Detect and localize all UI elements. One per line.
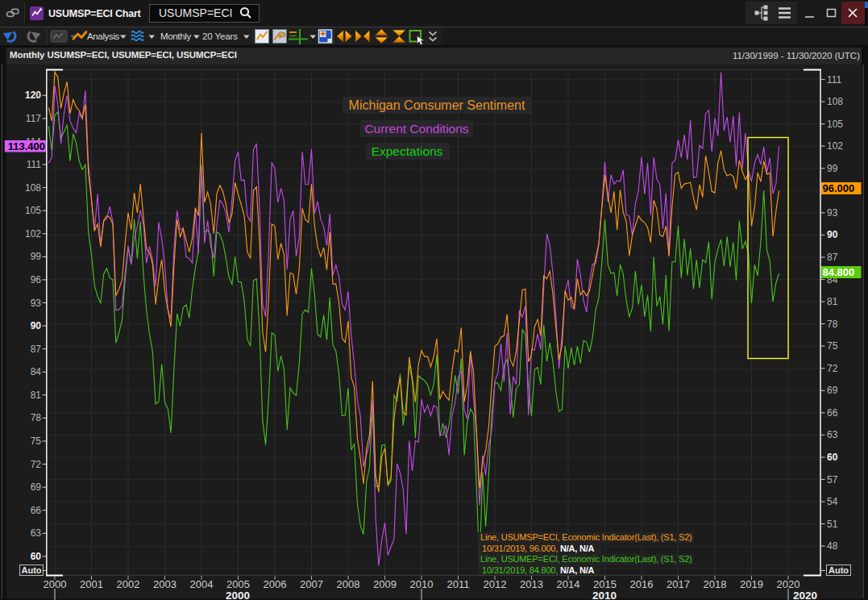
svg-text:87: 87 — [31, 344, 42, 355]
svg-text:60: 60 — [827, 452, 838, 463]
svg-text:Expectations: Expectations — [372, 144, 443, 158]
svg-text:2003: 2003 — [153, 578, 177, 590]
svg-text:96.000: 96.000 — [823, 182, 855, 194]
svg-text:2020: 2020 — [777, 578, 800, 590]
svg-text:2018: 2018 — [704, 578, 727, 590]
svg-text:66: 66 — [31, 505, 42, 516]
svg-text:105: 105 — [25, 205, 41, 216]
svg-text:2015: 2015 — [593, 578, 617, 590]
svg-text:81: 81 — [827, 296, 838, 307]
svg-text:60: 60 — [31, 551, 42, 562]
svg-text:Auto: Auto — [829, 565, 849, 575]
svg-text:84: 84 — [31, 366, 42, 377]
svg-text:84.800: 84.800 — [823, 266, 855, 278]
svg-text:Current Conditions: Current Conditions — [364, 122, 468, 135]
svg-text:Auto: Auto — [21, 565, 41, 575]
svg-text:90: 90 — [31, 320, 42, 331]
svg-text:93: 93 — [827, 207, 838, 219]
svg-text:48: 48 — [827, 540, 838, 552]
svg-text:2013: 2013 — [520, 578, 543, 590]
svg-text:102: 102 — [827, 140, 843, 152]
svg-text:10/31/2019, 84.800, N/A, N/A: 10/31/2019, 84.800, N/A, N/A — [482, 565, 595, 575]
svg-text:63: 63 — [31, 527, 42, 539]
svg-text:2001: 2001 — [80, 578, 103, 590]
svg-text:2006: 2006 — [264, 578, 287, 590]
svg-text:75: 75 — [827, 340, 838, 352]
svg-text:51: 51 — [827, 519, 838, 530]
svg-text:81: 81 — [31, 390, 42, 401]
svg-text:108: 108 — [25, 182, 41, 194]
svg-text:78: 78 — [31, 412, 42, 423]
svg-text:102: 102 — [25, 228, 41, 240]
svg-text:2014: 2014 — [557, 578, 580, 590]
svg-text:2009: 2009 — [373, 578, 397, 590]
svg-text:Line, USUMSP=ECI, Economic Ind: Line, USUMSP=ECI, Economic Indicator(Las… — [480, 532, 692, 542]
svg-text:2005: 2005 — [226, 578, 250, 590]
svg-text:2010: 2010 — [592, 590, 617, 600]
svg-text:93: 93 — [31, 298, 42, 309]
svg-text:72: 72 — [827, 363, 838, 374]
svg-text:113.400: 113.400 — [8, 140, 45, 152]
svg-text:54: 54 — [827, 496, 838, 507]
svg-text:2019: 2019 — [740, 578, 763, 590]
svg-text:69: 69 — [827, 385, 838, 396]
svg-text:2011: 2011 — [447, 578, 470, 590]
svg-text:USUMSP=ECI Chart: USUMSP=ECI Chart — [48, 8, 142, 19]
svg-text:2020: 2020 — [793, 590, 817, 600]
svg-text:108: 108 — [827, 96, 843, 107]
svg-text:78: 78 — [827, 319, 838, 330]
svg-text:10/31/2019, 96.000, N/A, N/A: 10/31/2019, 96.000, N/A, N/A — [482, 544, 595, 553]
svg-text:72: 72 — [31, 459, 42, 470]
svg-text:87: 87 — [827, 252, 838, 263]
svg-text:99: 99 — [827, 163, 838, 174]
svg-text:105: 105 — [827, 119, 843, 130]
svg-text:Line, USUMEP=ECI, Economic Ind: Line, USUMEP=ECI, Economic Indicator(Las… — [480, 554, 692, 564]
svg-text:2016: 2016 — [630, 578, 654, 590]
svg-text:111: 111 — [827, 74, 842, 85]
svg-text:117: 117 — [26, 113, 41, 124]
svg-text:96: 96 — [31, 274, 42, 285]
svg-text:2004: 2004 — [190, 578, 214, 590]
svg-text:2000: 2000 — [44, 578, 67, 590]
svg-text:111: 111 — [27, 159, 42, 170]
svg-text:Analysis: Analysis — [87, 31, 120, 41]
svg-text:Michigan Consumer Sentiment: Michigan Consumer Sentiment — [349, 98, 525, 112]
svg-text:2008: 2008 — [337, 578, 360, 590]
svg-text:2010: 2010 — [410, 578, 434, 590]
svg-text:69: 69 — [31, 481, 42, 493]
svg-text:63: 63 — [827, 429, 838, 440]
svg-text:90: 90 — [827, 229, 838, 240]
svg-text:66: 66 — [827, 407, 838, 419]
svg-text:75: 75 — [31, 435, 42, 447]
svg-text:120: 120 — [25, 90, 41, 101]
svg-text:20 Years: 20 Years — [202, 31, 238, 41]
svg-text:2017: 2017 — [667, 578, 690, 590]
svg-text:2007: 2007 — [300, 578, 323, 590]
svg-text:USUMSP=ECI: USUMSP=ECI — [159, 6, 232, 19]
svg-text:99: 99 — [31, 251, 42, 262]
svg-text:2000: 2000 — [226, 590, 250, 600]
svg-text:Monthly: Monthly — [160, 31, 191, 41]
svg-text:57: 57 — [827, 474, 838, 485]
svg-text:2012: 2012 — [484, 578, 507, 590]
svg-text:2002: 2002 — [117, 578, 140, 590]
